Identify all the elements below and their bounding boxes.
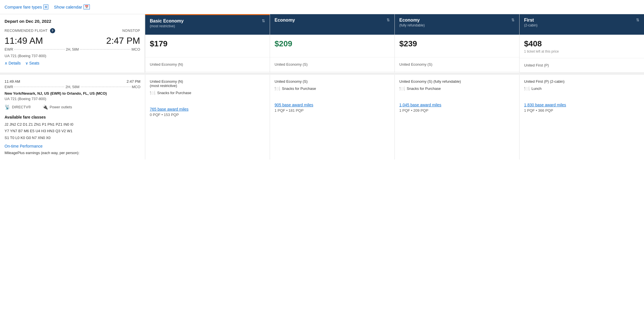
first-title: First <box>524 18 537 23</box>
route-row: EWR 2H, 58M MCO <box>5 47 140 51</box>
arrival-time: 2:47 PM <box>106 36 140 46</box>
show-calendar-link[interactable]: Show calendar 📅 <box>54 5 90 9</box>
detail-dest: MCO <box>132 85 140 89</box>
first-class-label: United First (P) <box>520 58 644 72</box>
basic-economy-price-section: $179 <box>145 35 270 57</box>
basic-economy-title: Basic Economy <box>150 18 184 24</box>
detail-arr-time: 2:47 PM <box>127 79 140 84</box>
detail-col-economy: United Economy (S) 🍽️ Snacks for Purchas… <box>270 75 394 160</box>
compare-fare-icon: ⊞ <box>43 5 48 9</box>
basic-economy-class-label: United Economy (N) <box>145 57 270 72</box>
fare-col-economy: Economy ⇅ $209 United Economy (S) <box>270 14 394 72</box>
economy-price-section: $209 <box>270 35 394 57</box>
refundable-miles-link[interactable]: 1,045 base award miles <box>399 103 515 107</box>
detail-left-panel: 11:49 AM 2:47 PM EWR 2H, 58M MCO New Yor… <box>0 75 145 160</box>
detail-basic-fare-class: United Economy (N)(most restrictive) <box>150 79 265 88</box>
economy-miles-section: 905 base award miles 1 PQF • 181 PQP <box>275 91 390 113</box>
economy-refundable-price-section: $239 <box>395 35 519 57</box>
directv-amenity: 📡 DIRECTV® <box>5 104 31 110</box>
fare-classes-title: Available fare classes <box>5 115 140 119</box>
first-subtitle: (2-cabin) <box>524 23 537 27</box>
fare-classes-section: Available fare classes J2 JN2 C2 D1 Z1 Z… <box>5 115 140 141</box>
fare-classes-line3: S1 T0 L0 K0 G0 N7 XN0 X0 <box>5 134 140 141</box>
flight-times-row: 11:49 AM 2:47 PM <box>5 36 140 46</box>
economy-food-label: Snacks for Purchase <box>282 86 316 91</box>
fare-classes-list: J2 JN2 C2 D1 Z1 ZN1 P1 PN1 PZ1 IN0 I0 Y7… <box>5 121 140 141</box>
origin-code: EWR <box>5 47 13 51</box>
first-ticket-left: 1 ticket left at this price <box>524 49 639 53</box>
details-link[interactable]: ∧ Details <box>5 61 21 65</box>
fare-col-basic-economy: Basic Economy (most restrictive) ⇅ $179 … <box>145 14 270 72</box>
first-price-section: $408 1 ticket left at this price <box>520 35 644 58</box>
first-miles-link[interactable]: 1,830 base award miles <box>524 103 639 107</box>
ontime-performance-link[interactable]: On-time Performance <box>5 144 140 148</box>
first-price: $408 <box>524 39 639 48</box>
economy-refundable-title: Economy <box>399 18 425 23</box>
fare-col-first: First (2-cabin) ⇅ $408 1 ticket left at … <box>519 14 644 72</box>
fare-columns: Basic Economy (most restrictive) ⇅ $179 … <box>145 14 644 72</box>
fare-header-economy-refundable[interactable]: Economy (fully refundable) ⇅ <box>395 14 519 35</box>
seats-link[interactable]: ∨ Seats <box>25 61 40 65</box>
calendar-icon: 📅 <box>84 5 90 9</box>
route-dashes <box>14 49 65 49</box>
route-duration: 2H, 58M <box>66 47 79 51</box>
economy-miles-link[interactable]: 905 base award miles <box>275 103 390 107</box>
fare-header-basic-economy[interactable]: Basic Economy (most restrictive) ⇅ <box>145 14 270 35</box>
power-amenity: 🔌 Power outlets <box>42 104 72 110</box>
detail-basic-food: 🍽️ Snacks for Purchase <box>150 90 265 96</box>
detail-economy-food: 🍽️ Snacks for Purchase <box>275 86 390 91</box>
fare-header-economy[interactable]: Economy ⇅ <box>270 14 394 35</box>
directv-icon: 📡 <box>5 104 10 110</box>
detail-economy-fare-class: United Economy (S) <box>275 79 390 84</box>
fare-header-text-refund: Economy (fully refundable) <box>399 18 425 27</box>
detail-col-refundable: United Economy (S) (fully refundable) 🍽️… <box>394 75 519 160</box>
first-food-label: Lunch <box>531 86 541 91</box>
show-calendar-label: Show calendar <box>54 5 82 9</box>
detail-route-row: EWR 2H, 58M MCO <box>5 85 140 89</box>
detail-refundable-food: 🍽️ Snacks for Purchase <box>399 86 515 91</box>
sort-icon-first[interactable]: ⇅ <box>636 18 639 22</box>
economy-refundable-class-label: United Economy (S) <box>395 57 519 72</box>
detail-right-columns: United Economy (N)(most restrictive) 🍽️ … <box>145 75 644 160</box>
fare-classes-line2: Y7 YN7 B7 M6 E5 U4 H3 HN3 Q3 V2 W1 <box>5 128 140 134</box>
refundable-pqp: 1 PQF • 209 PQP <box>399 108 515 113</box>
power-label: Power outlets <box>50 105 72 109</box>
fare-header-text-first: First (2-cabin) <box>524 18 537 27</box>
detail-duration: 2H, 58M <box>65 85 79 89</box>
flight-links: ∧ Details ∨ Seats <box>5 61 140 65</box>
details-label: Details <box>9 61 21 65</box>
basic-miles-link[interactable]: 765 base award miles <box>150 107 265 111</box>
sort-icon-economy[interactable]: ⇅ <box>387 18 390 22</box>
basic-pqp: 0 PQF • 153 PQP <box>150 113 265 117</box>
detail-dashes-right <box>81 87 131 87</box>
economy-price: $209 <box>275 39 390 48</box>
detail-dashes-left <box>14 87 64 87</box>
economy-title: Economy <box>275 18 295 23</box>
detail-dep-time: 11:49 AM <box>5 79 20 84</box>
food-icon-basic: 🍽️ <box>150 90 155 96</box>
detail-first-food: 🍽️ Lunch <box>524 86 639 91</box>
fare-col-economy-refundable: Economy (fully refundable) ⇅ $239 United… <box>394 14 519 72</box>
mileage-label: MileagePlus earnings (each way, per pers… <box>5 151 140 155</box>
compare-fare-link[interactable]: Compare fare types ⊞ <box>5 5 48 9</box>
sort-icon-basic[interactable]: ⇅ <box>262 18 265 23</box>
basic-food-label: Snacks for Purchase <box>157 91 191 95</box>
info-icon[interactable]: ? <box>50 28 55 33</box>
chevron-up-icon: ∧ <box>5 61 7 65</box>
fare-header-first[interactable]: First (2-cabin) ⇅ <box>520 14 644 35</box>
fare-header-text: Basic Economy (most restrictive) <box>150 18 184 28</box>
detail-col-basic-economy: United Economy (N)(most restrictive) 🍽️ … <box>145 75 270 160</box>
first-pqp: 1 PQF • 366 PQP <box>524 108 639 113</box>
fare-header-text-eco: Economy <box>275 18 295 23</box>
recommended-flight-section: Depart on Dec 20, 2022 RECOMMENDED FLIGH… <box>0 14 644 72</box>
sort-icon-refundable[interactable]: ⇅ <box>511 18 515 22</box>
detail-col-first: United First (P) (2-cabin) 🍽️ Lunch 1,83… <box>519 75 644 160</box>
detail-aircraft: UA 721 (Boeing 737-800) <box>5 97 140 101</box>
first-miles-section: 1,830 base award miles 1 PQF • 366 PQP <box>524 91 639 113</box>
departure-time: 11:49 AM <box>5 36 43 46</box>
dest-code: MCO <box>132 47 140 51</box>
route-dashes-2 <box>80 49 130 49</box>
power-icon: 🔌 <box>42 104 48 110</box>
flight-info-panel: Depart on Dec 20, 2022 RECOMMENDED FLIGH… <box>0 14 145 72</box>
detail-section: 11:49 AM 2:47 PM EWR 2H, 58M MCO New Yor… <box>0 75 644 160</box>
